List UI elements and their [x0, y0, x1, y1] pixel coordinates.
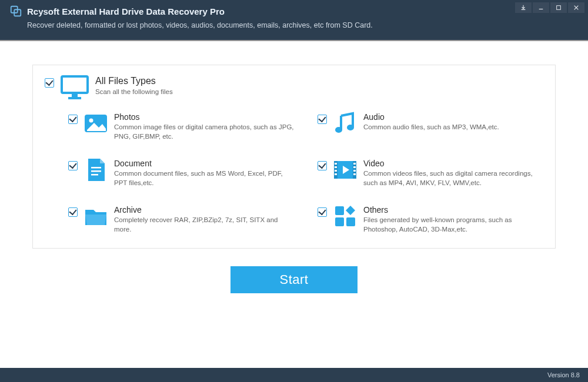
checkbox-audio[interactable]	[318, 115, 327, 124]
start-button[interactable]: Start	[230, 266, 358, 293]
type-title: Audio	[363, 112, 543, 122]
app-logo-icon	[9, 5, 22, 18]
type-title: Photos	[114, 112, 294, 122]
svg-rect-4	[72, 94, 78, 97]
svg-rect-16	[335, 163, 337, 165]
svg-rect-20	[335, 170, 337, 172]
all-types-desc: Scan all the following files	[95, 88, 543, 97]
svg-rect-5	[68, 97, 81, 99]
app-title: Rcysoft External Hard Drive Data Recover…	[27, 6, 225, 16]
close-button[interactable]	[568, 2, 584, 13]
checkbox-others[interactable]	[318, 207, 327, 217]
type-desc: Completely recover RAR, ZIP,BZip2, 7z, S…	[114, 216, 294, 234]
svg-rect-23	[353, 173, 356, 175]
video-icon	[333, 158, 358, 182]
type-title: Archive	[114, 205, 294, 215]
svg-rect-21	[353, 170, 356, 172]
svg-point-8	[335, 127, 342, 133]
all-types-row: All Files Types Scan all the following f…	[45, 71, 543, 111]
checkbox-photos[interactable]	[68, 115, 78, 124]
type-desc: Common videos files, such as digital cam…	[363, 169, 543, 187]
svg-rect-22	[335, 173, 337, 175]
checkbox-document[interactable]	[68, 161, 78, 170]
svg-point-7	[89, 119, 93, 123]
monitor-icon	[60, 75, 89, 100]
file-type-panel: All Files Types Scan all the following f…	[32, 65, 556, 249]
checkbox-archive[interactable]	[68, 207, 78, 217]
document-icon	[83, 158, 108, 182]
svg-rect-26	[346, 217, 355, 226]
type-title: Others	[363, 205, 543, 215]
svg-rect-17	[353, 163, 356, 165]
download-button[interactable]	[515, 2, 532, 13]
type-desc: Files generated by well-known programs, …	[363, 216, 543, 234]
type-cell-photos: Photos Common image files or digital cam…	[68, 111, 294, 141]
minimize-button[interactable]	[533, 2, 549, 13]
app-subtitle: Recover deleted, formatted or lost photo…	[27, 21, 579, 29]
window-controls	[515, 2, 584, 13]
status-bar: Version 8.8	[0, 368, 588, 382]
others-icon	[333, 204, 358, 229]
photos-icon	[83, 111, 108, 136]
maximize-button[interactable]	[550, 2, 567, 13]
svg-rect-18	[335, 166, 337, 168]
type-title: Document	[114, 159, 294, 168]
type-cell-archive: Archive Completely recover RAR, ZIP,BZip…	[68, 204, 294, 234]
type-cell-video: Video Common videos files, such as digit…	[318, 158, 543, 187]
type-desc: Common document files, such as MS Word, …	[114, 169, 294, 187]
type-cell-audio: Audio Common audio files, such as MP3, W…	[318, 111, 543, 141]
svg-rect-2	[557, 6, 561, 10]
audio-icon	[333, 111, 358, 136]
app-header: Rcysoft External Hard Drive Data Recover…	[0, 0, 588, 40]
svg-rect-24	[335, 206, 344, 215]
type-cell-document: Document Common document files, such as …	[68, 158, 294, 187]
checkbox-video[interactable]	[318, 161, 327, 170]
type-title: Video	[363, 159, 543, 168]
svg-rect-11	[91, 170, 101, 172]
svg-rect-25	[335, 217, 344, 226]
archive-icon	[83, 204, 108, 229]
svg-point-9	[347, 125, 354, 130]
svg-rect-12	[91, 174, 98, 176]
svg-rect-10	[91, 167, 101, 169]
all-types-title: All Files Types	[95, 76, 543, 86]
type-cell-others: Others Files generated by well-known pro…	[318, 204, 543, 234]
checkbox-all-types[interactable]	[45, 78, 54, 88]
type-desc: Common image files or digital camera pho…	[114, 123, 294, 141]
svg-rect-3	[62, 76, 88, 93]
type-desc: Common audio files, such as MP3, WMA,etc…	[363, 123, 543, 132]
version-label: Version 8.8	[547, 371, 580, 378]
svg-rect-19	[353, 166, 356, 168]
